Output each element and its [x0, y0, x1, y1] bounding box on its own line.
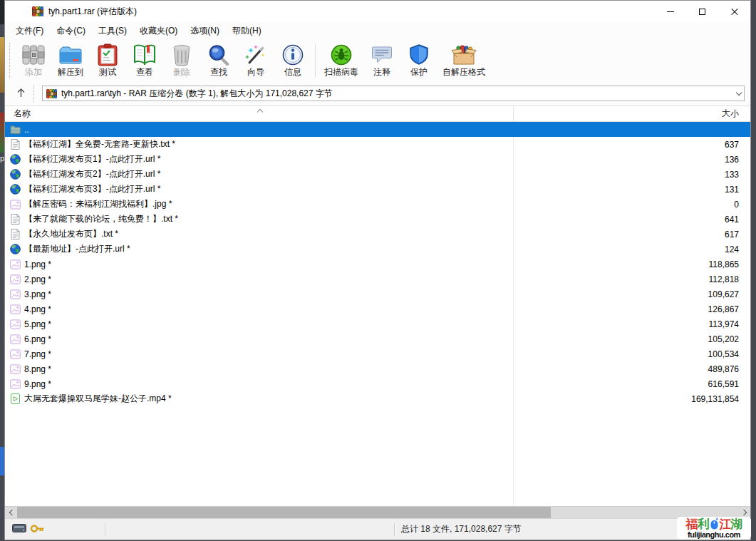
scrollbar-thumb[interactable]: [17, 507, 551, 518]
table-row[interactable]: 【来了就能下载的论坛，纯免费！】.txt *641: [5, 212, 750, 227]
key-icon[interactable]: [30, 524, 44, 535]
comment-button[interactable]: 注释: [363, 41, 400, 80]
toolbar-gripper: [9, 43, 13, 78]
toolbar-button-label: 自解压格式: [442, 66, 485, 78]
menu-file[interactable]: 文件(F): [9, 22, 50, 40]
table-row[interactable]: 【福利江湖发布页3】-点此打开.url *131: [5, 182, 750, 197]
toolbar-button-label: 信息: [284, 66, 301, 78]
column-divider[interactable]: [513, 106, 514, 121]
column-header-size[interactable]: 大小: [722, 108, 739, 120]
info-icon: [281, 43, 304, 66]
close-button[interactable]: [718, 1, 750, 22]
file-name: 大屌无套爆操双马尾学妹-赵公子.mp4 *: [24, 393, 515, 405]
toolbar-button-label: 注释: [373, 66, 390, 78]
address-combo[interactable]: tyh.part1.rar\tyh - RAR 压缩分卷 (数字 1), 解包大…: [42, 86, 745, 101]
table-row[interactable]: 1.png *118,865: [5, 257, 750, 272]
disk-icon[interactable]: [12, 524, 26, 535]
table-row[interactable]: 【福利江湖】全免费-无套路-更新快.txt *637: [5, 137, 750, 152]
table-row[interactable]: 5.png *113,974: [5, 316, 750, 331]
test-clipboard-button[interactable]: 测试: [89, 41, 126, 80]
globe-icon: [9, 169, 21, 180]
wizard-wand-button[interactable]: 向导: [237, 41, 274, 80]
table-row[interactable]: 【永久地址发布页】.txt *617: [5, 227, 750, 242]
statusbar-section: [105, 519, 394, 540]
table-row[interactable]: 4.png *126,867: [5, 302, 750, 316]
file-size: 112,818: [515, 274, 750, 284]
file-size: 100,534: [515, 349, 750, 359]
table-row[interactable]: 【福利江湖发布页1】-点此打开.url *136: [5, 152, 750, 167]
menu-options[interactable]: 选项(N): [184, 22, 226, 40]
table-row[interactable]: 9.png *616,591: [5, 376, 750, 391]
file-name: 【福利江湖发布页1】-点此打开.url *: [24, 153, 515, 165]
extract-folder-icon: [58, 43, 83, 66]
table-row[interactable]: 6.png *105,202: [5, 331, 750, 346]
table-row[interactable]: 3.png *109,627: [5, 287, 750, 302]
file-name: 9.png *: [24, 379, 515, 389]
file-size: 118,865: [515, 259, 750, 269]
up-directory-button[interactable]: [11, 85, 31, 102]
column-header-name[interactable]: 名称: [5, 108, 31, 120]
toolbar-button-label: 添加: [25, 66, 42, 78]
watermark-site: fulijianghu.com: [678, 531, 750, 539]
sfx-box-button[interactable]: 自解压格式: [437, 41, 490, 80]
menu-favorites[interactable]: 收藏夹(O): [133, 22, 184, 40]
file-name: 4.png *: [24, 304, 515, 314]
protect-shield-icon: [408, 43, 430, 66]
table-row[interactable]: 7.png *100,534: [5, 346, 750, 361]
file-size: 637: [515, 140, 750, 150]
file-name: 3.png *: [24, 289, 515, 299]
virus-scan-button[interactable]: 扫描病毒: [319, 41, 363, 80]
test-clipboard-icon: [97, 43, 118, 66]
table-row[interactable]: 2.png *112,818: [5, 272, 750, 287]
file-name: 2.png *: [24, 274, 515, 284]
table-row[interactable]: 【福利江湖发布页2】-点此打开.url *133: [5, 167, 750, 182]
winrar-app-icon: [32, 6, 43, 16]
image-file-icon: [9, 304, 21, 314]
image-file-icon: [9, 259, 21, 269]
text-file-icon: [9, 229, 21, 239]
horizontal-scrollbar[interactable]: [5, 506, 750, 518]
globe-icon: [9, 244, 21, 254]
table-row[interactable]: 8.png *489,876: [5, 361, 750, 376]
mouse-icon: [710, 517, 719, 530]
table-row[interactable]: ..: [5, 122, 750, 137]
menu-help[interactable]: 帮助(H): [226, 22, 268, 40]
minimize-button[interactable]: [654, 1, 686, 22]
menu-tools[interactable]: 工具(S): [92, 22, 133, 40]
file-name: 5.png *: [24, 319, 515, 329]
image-file-icon: [9, 200, 21, 210]
maximize-icon: [699, 9, 705, 15]
extract-folder-button[interactable]: 解压到: [52, 41, 89, 80]
image-file-icon: [9, 319, 21, 329]
view-book-button[interactable]: 查看: [126, 41, 163, 80]
file-size: 0: [515, 200, 750, 210]
chevron-down-icon[interactable]: [736, 89, 742, 95]
file-size: 617: [515, 230, 750, 239]
globe-icon: [9, 184, 21, 195]
file-name: 【福利江湖发布页3】-点此打开.url *: [24, 183, 515, 195]
fulijianghu-watermark: 福利 江湖 fulijianghu.com: [677, 517, 751, 540]
chevron-right-icon: [740, 510, 746, 515]
image-file-icon: [9, 274, 21, 284]
file-name: 1.png *: [24, 259, 515, 269]
table-row[interactable]: 大屌无套爆操双马尾学妹-赵公子.mp4 *169,131,854: [5, 391, 750, 406]
find-magnifier-button[interactable]: 查找: [200, 41, 237, 80]
scroll-left-button[interactable]: [5, 507, 17, 518]
menu-commands[interactable]: 命令(C): [50, 22, 92, 40]
protect-shield-button[interactable]: 保护: [400, 41, 437, 80]
maximize-button[interactable]: [686, 1, 718, 22]
watermark-char: 利: [698, 518, 709, 530]
image-file-icon: [9, 349, 21, 359]
address-gripper: [33, 85, 36, 102]
table-row[interactable]: 【最新地址】-点此打开.url *124: [5, 242, 750, 257]
file-name: ..: [24, 125, 515, 135]
toolbar-button-label: 查找: [210, 66, 227, 78]
info-button[interactable]: 信息: [274, 41, 311, 80]
table-row[interactable]: 【解压密码：来福利江湖找福利】.jpg *0: [5, 197, 750, 212]
view-book-icon: [133, 43, 157, 66]
window-title: tyh.part1.rar (评估版本): [48, 6, 137, 18]
watermark-char: 江: [720, 518, 731, 530]
file-name: 【最新地址】-点此打开.url *: [24, 243, 515, 255]
watermark-char: 湖: [731, 518, 742, 530]
virus-scan-icon: [330, 43, 353, 66]
